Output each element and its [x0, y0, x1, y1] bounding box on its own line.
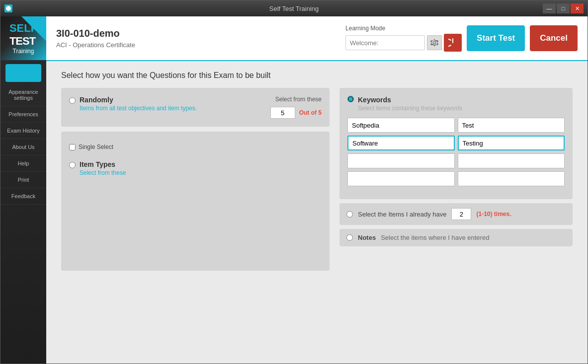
single-select-label[interactable]: Single Select — [79, 144, 113, 150]
item-types-radio[interactable] — [69, 162, 76, 168]
window-controls: — □ ✕ — [543, 3, 584, 13]
logo-self: SELF — [9, 22, 37, 35]
keyword-input-6[interactable] — [458, 153, 565, 168]
randomly-option-box: Randomly Items from all test objectives … — [61, 88, 330, 127]
randomly-text: Randomly — [80, 96, 197, 104]
item-types-option-box: Single Select Item Types Select from the… — [61, 132, 330, 271]
times-range: (1-10) times. — [476, 211, 511, 218]
keywords-radio[interactable] — [347, 96, 354, 102]
select-from-label: Select from these — [270, 96, 322, 103]
notes-label: Notes — [358, 234, 376, 241]
item-types-text: Item Types — [80, 160, 126, 168]
minimize-button[interactable]: — — [543, 3, 556, 13]
out-of-label: Out of 5 — [299, 109, 322, 116]
main-window: Self Test Training — □ ✕ SELF TEST Train… — [0, 0, 588, 364]
keyword-input-3[interactable] — [347, 136, 455, 150]
keyword-input-4[interactable] — [458, 136, 565, 150]
already-have-label: Select the Items I already have — [358, 211, 446, 218]
welcome-input[interactable] — [345, 35, 425, 50]
already-have-input[interactable] — [451, 208, 471, 220]
sidebar-item-print[interactable]: Print — [0, 172, 46, 188]
sidebar: SELF TEST Training Appearance settings P… — [0, 16, 46, 364]
logo-test: TEST — [9, 35, 35, 48]
keyword-input-1[interactable] — [347, 118, 455, 133]
already-have-row: Select the Items I already have (1-10) t… — [339, 203, 573, 225]
sidebar-item-about-us[interactable]: About Us — [0, 139, 46, 155]
two-col-layout: Randomly Items from all test objectives … — [61, 88, 573, 271]
right-panel: Keywords Select items containing these k… — [339, 88, 573, 271]
main-content: Select how you want the Questions for th… — [46, 61, 588, 364]
keyword-input-2[interactable] — [458, 118, 565, 133]
learning-mode-input-row — [345, 34, 462, 52]
sidebar-item-help[interactable]: Help — [0, 155, 46, 172]
keywords-grid — [347, 118, 565, 186]
notes-row: Notes Select the items where I have ente… — [339, 229, 573, 246]
app-icon — [4, 4, 12, 12]
already-have-radio[interactable] — [346, 211, 353, 218]
start-test-button[interactable]: Start Test — [467, 25, 525, 51]
logo-training: Training — [9, 48, 37, 55]
sidebar-item-appearance-settings[interactable]: Appearance settings — [0, 84, 46, 106]
exam-info: 3I0-010-demo ACI - Operations Certificat… — [56, 28, 135, 49]
randomly-desc: Items from all test objectives and item … — [80, 105, 197, 112]
window-title: Self Test Training — [269, 5, 319, 12]
single-select-row: Single Select — [69, 144, 322, 150]
keywords-title: Keywords — [358, 96, 462, 104]
main-layout: SELF TEST Training Appearance settings P… — [0, 16, 588, 364]
content-area: 3I0-010-demo ACI - Operations Certificat… — [46, 16, 588, 364]
sidebar-item-feedback[interactable]: Feedback — [0, 188, 46, 205]
keyword-input-5[interactable] — [347, 153, 455, 168]
topbar: 3I0-010-demo ACI - Operations Certificat… — [46, 16, 588, 61]
item-types-radio-label[interactable]: Item Types Select from these — [69, 160, 322, 176]
gear-button[interactable] — [427, 35, 442, 50]
close-button[interactable]: ✕ — [571, 3, 584, 13]
titlebar: Self Test Training — □ ✕ — [0, 0, 588, 16]
maximize-button[interactable]: □ — [557, 3, 570, 13]
section-title: Select how you want the Questions for th… — [61, 71, 573, 80]
svg-point-0 — [6, 6, 11, 11]
left-panel: Randomly Items from all test objectives … — [61, 88, 330, 271]
keyword-input-8[interactable] — [458, 171, 565, 186]
exam-title: 3I0-010-demo — [56, 28, 135, 39]
keyword-input-7[interactable] — [347, 171, 455, 186]
active-indicator — [5, 64, 41, 82]
item-types-desc: Select from these — [80, 169, 126, 176]
exam-subtitle: ACI - Operations Certificate — [56, 41, 135, 49]
cancel-button[interactable]: Cancel — [530, 25, 578, 51]
count-input[interactable] — [270, 107, 295, 119]
learning-mode-group: Learning Mode — [345, 25, 462, 52]
select-from-group: Select from these Out of 5 — [270, 96, 322, 119]
sidebar-item-preferences[interactable]: Preferences — [0, 106, 46, 123]
power-button[interactable] — [444, 34, 462, 52]
item-types-section: Item Types Select from these — [69, 160, 322, 176]
notes-desc: Select the items where I have entered — [381, 234, 489, 241]
logo: SELF TEST Training — [0, 16, 46, 60]
single-select-checkbox[interactable] — [69, 144, 76, 150]
keywords-desc: Select items containing these keywords — [358, 105, 462, 112]
randomly-radio[interactable] — [69, 97, 76, 104]
select-count-row: Out of 5 — [270, 107, 322, 119]
sidebar-item-exam-history[interactable]: Exam History — [0, 123, 46, 139]
topbar-right: Learning Mode Start Test Cancel — [345, 25, 578, 52]
randomly-radio-label[interactable]: Randomly Items from all test objectives … — [69, 96, 197, 112]
notes-radio[interactable] — [346, 234, 353, 241]
keywords-radio-group: Keywords Select items containing these k… — [347, 96, 565, 118]
keywords-box: Keywords Select items containing these k… — [339, 88, 573, 199]
learning-mode-label: Learning Mode — [345, 25, 385, 32]
